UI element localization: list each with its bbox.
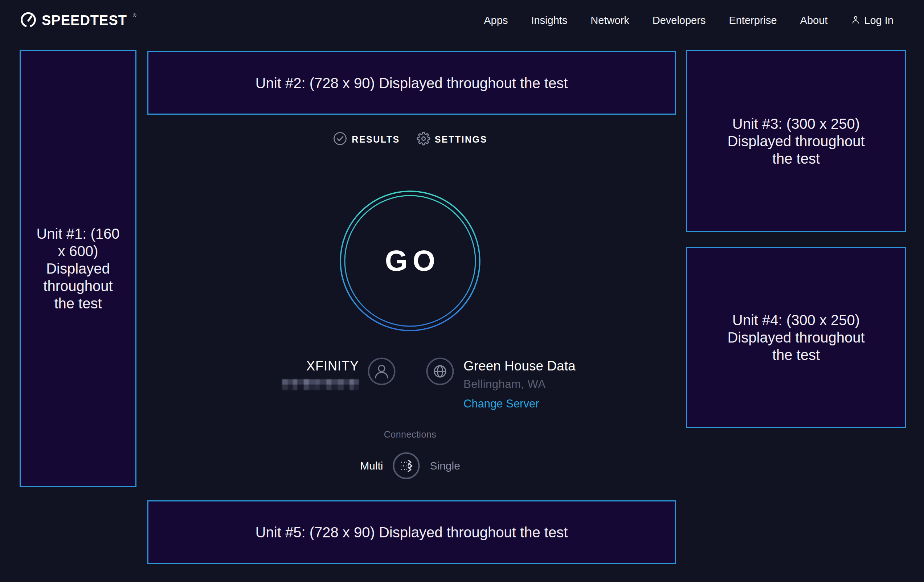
tab-settings[interactable]: SETTINGS (417, 131, 487, 147)
connections-multi-option[interactable]: Multi (360, 460, 383, 472)
change-server-link[interactable]: Change Server (464, 397, 576, 411)
speedometer-gauge-icon (20, 11, 37, 30)
isp-user-icon[interactable] (368, 358, 396, 385)
brand-text: SPEEDTEST (42, 13, 127, 28)
tab-results-label: RESULTS (351, 134, 399, 145)
speedtest-logo[interactable]: SPEEDTEST® (20, 11, 137, 30)
go-button[interactable]: GO (339, 190, 481, 332)
ad-unit-1[interactable]: Unit #1: (160 x 600) Displayed throughou… (20, 50, 137, 487)
ad-unit-4[interactable]: Unit #4: (300 x 250) Displayed throughou… (686, 247, 906, 428)
ad-unit-3[interactable]: Unit #3: (300 x 250) Displayed throughou… (686, 50, 906, 232)
login-button[interactable]: Log In (851, 15, 894, 26)
nav-item-enterprise[interactable]: Enterprise (729, 15, 777, 26)
tabs-row: RESULTS SETTINGS (134, 131, 686, 147)
server-block: Green House Data Bellingham, WA Change S… (410, 358, 686, 411)
tab-results[interactable]: RESULTS (333, 131, 399, 147)
go-label: GO (339, 190, 481, 332)
ad-unit-4-text: Unit #4: (300 x 250) Displayed throughou… (716, 311, 876, 364)
isp-block: XFINITY (134, 358, 410, 411)
main-panel: RESULTS SETTINGS GO (134, 0, 686, 582)
isp-name: XFINITY (282, 358, 359, 374)
check-circle-icon (333, 131, 347, 147)
ad-unit-1-text: Unit #1: (160 x 600) Displayed throughou… (32, 225, 124, 312)
connections-toggle-row: Multi Single (134, 452, 686, 480)
tab-settings-label: SETTINGS (435, 134, 487, 145)
redacted-ip-address (282, 379, 359, 390)
connections-toggle-icon[interactable] (392, 452, 420, 480)
connections-single-option[interactable]: Single (430, 460, 460, 472)
ad-unit-3-text: Unit #3: (300 x 250) Displayed throughou… (716, 115, 876, 167)
connection-info-row: XFINITY Green Hous (134, 358, 686, 411)
server-name: Green House Data (464, 358, 576, 374)
user-icon (851, 15, 860, 26)
login-label: Log In (864, 15, 894, 26)
server-location: Bellingham, WA (464, 378, 576, 391)
gear-icon (417, 132, 431, 147)
nav-item-about[interactable]: About (800, 15, 828, 26)
server-globe-icon[interactable] (426, 358, 454, 385)
connections-label: Connections (134, 429, 686, 440)
